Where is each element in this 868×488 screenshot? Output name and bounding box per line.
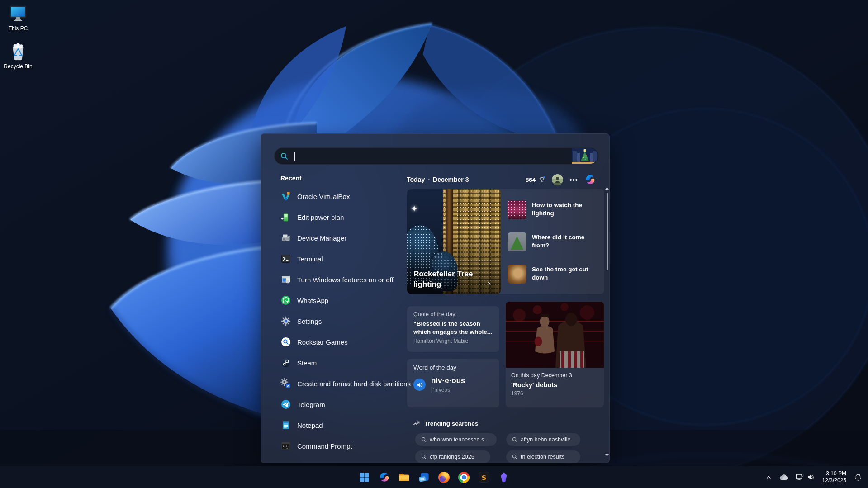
onedrive-tray-button[interactable]: [777, 468, 791, 486]
desktop-icon-this-pc[interactable]: This PC: [1, 5, 35, 32]
chevron-up-icon: [765, 474, 772, 481]
chrome-icon: [458, 472, 470, 483]
speaker-icon: [417, 382, 423, 388]
steam-icon: [280, 357, 291, 368]
scrollbar[interactable]: [605, 187, 609, 456]
web-search-icon: [280, 336, 291, 347]
scroll-down-arrow[interactable]: [605, 454, 609, 456]
rockefeller-image: ✦ Rockefeller Tree lighting ›: [407, 189, 501, 294]
recent-item-telegram[interactable]: Telegram: [276, 394, 403, 415]
today-section: Today • December 3 864: [407, 174, 603, 463]
recent-item-settings[interactable]: Settings: [276, 311, 403, 332]
trending-title: Trending searches: [424, 420, 478, 427]
word-of-day-card[interactable]: Word of the day niv·e·ous [ˈnivēəs]: [407, 359, 499, 407]
recent-item-terminal[interactable]: Terminal: [276, 248, 403, 269]
firefox-icon: [438, 472, 450, 483]
desktop: This PC Recycle Bin: [0, 0, 868, 488]
taskbar: S: [0, 466, 868, 488]
recent-item-command-prompt[interactable]: C:\ Command Prompt: [276, 436, 403, 456]
on-this-day-card[interactable]: On this day December 3 'Rocky' debuts 19…: [506, 302, 604, 407]
desktop-icon-recycle-bin[interactable]: Recycle Bin: [1, 42, 35, 70]
trending-search-pill[interactable]: who won tennessee s...: [415, 433, 497, 446]
scrollbar-thumb[interactable]: [607, 193, 608, 270]
s-app-button[interactable]: S: [475, 468, 493, 486]
dot-separator: •: [428, 177, 430, 182]
windows-start-icon: [359, 472, 370, 483]
recent-item-whatsapp[interactable]: WhatsApp: [276, 290, 403, 311]
device-manager-icon: [280, 232, 291, 243]
disk-management-icon: [280, 378, 291, 389]
tray-time: 3:10 PM: [822, 470, 846, 477]
trending-header: Trending searches: [413, 420, 478, 427]
tray-show-hidden-icons[interactable]: [763, 468, 774, 486]
recent-item-rockstar-games[interactable]: Rockstar Games: [276, 332, 403, 352]
trending-search-pill[interactable]: aftyn behn nashville: [506, 433, 580, 446]
recent-section: Recent Oracle VirtualBox Edit po: [276, 175, 403, 456]
battery-icon: [280, 212, 291, 223]
on-this-day-label: On this day December 3: [511, 372, 598, 379]
svg-text:C:\: C:\: [283, 445, 287, 447]
recent-item-notepad[interactable]: Notepad: [276, 415, 403, 436]
speaker-button[interactable]: [413, 379, 426, 391]
chevron-right-icon: ›: [488, 278, 490, 288]
firefox-button[interactable]: [435, 468, 453, 486]
obsidian-button[interactable]: [495, 468, 513, 486]
recent-item-steam[interactable]: Steam: [276, 352, 403, 373]
recent-item-windows-features[interactable]: Turn Windows features on or off: [276, 269, 403, 290]
recent-item-disk-management[interactable]: Create and format hard disk partitions: [276, 373, 403, 394]
obsidian-icon: [498, 471, 510, 483]
text-caret: [294, 152, 295, 161]
desktop-icon-label: Recycle Bin: [4, 63, 32, 70]
word-of-day-label: Word of the day: [413, 364, 493, 371]
start-button[interactable]: [356, 468, 374, 486]
chrome-button[interactable]: [455, 468, 473, 486]
recent-item-oracle-virtualbox[interactable]: Oracle VirtualBox: [276, 186, 403, 207]
windows-features-icon: [280, 274, 291, 285]
svg-text:S: S: [481, 474, 486, 481]
search-seasonal-art: [572, 148, 598, 164]
telegram-icon: [280, 399, 291, 410]
avatar[interactable]: [552, 174, 563, 185]
outlook-icon: [418, 471, 430, 483]
volume-icon: [807, 474, 815, 481]
search-icon: [421, 437, 427, 442]
tray-date: 12/3/2025: [822, 477, 846, 484]
s-app-icon: S: [478, 471, 490, 483]
notification-center-button[interactable]: z: [852, 468, 864, 486]
outlook-button[interactable]: [415, 468, 433, 486]
on-this-day-year: 1976: [511, 390, 598, 397]
rewards-trophy-icon: [538, 176, 545, 183]
today-title: Today • December 3: [407, 176, 469, 183]
trending-search-pill[interactable]: tn election results: [506, 450, 580, 463]
search-icon: [512, 454, 517, 460]
copilot-icon[interactable]: [584, 174, 596, 185]
more-options-button[interactable]: •••: [569, 176, 578, 184]
link-thumbnail: [508, 200, 526, 219]
file-explorer-button[interactable]: [395, 468, 413, 486]
whatsapp-icon: [280, 295, 291, 306]
clock[interactable]: 3:10 PM 12/3/2025: [820, 470, 849, 484]
quote-card[interactable]: Quote of the day: “Blessed is the season…: [407, 306, 499, 352]
scroll-up-arrow[interactable]: [605, 187, 609, 190]
svg-text:z: z: [859, 474, 860, 476]
copilot-taskbar-button[interactable]: [375, 468, 394, 486]
network-tray-button[interactable]: [793, 468, 817, 486]
search-icon: [280, 152, 288, 160]
hero-link[interactable]: How to watch the lighting: [508, 200, 602, 228]
recent-title: Recent: [276, 175, 403, 182]
trending-search-pill[interactable]: cfp rankings 2025: [415, 450, 490, 463]
rewards-points[interactable]: 864: [526, 176, 546, 183]
recent-item-edit-power-plan[interactable]: Edit power plan: [276, 207, 403, 227]
hero-link[interactable]: See the tree get cut down: [508, 265, 602, 293]
quote-label: Quote of the day:: [413, 311, 493, 317]
notepad-icon: [280, 420, 291, 431]
network-icon: [796, 474, 804, 481]
command-prompt-icon: C:\: [280, 441, 291, 451]
hero-card-rockefeller[interactable]: ✦ Rockefeller Tree lighting › How to wat…: [407, 189, 604, 294]
hero-link[interactable]: Where did it come from?: [508, 232, 602, 261]
search-input[interactable]: [274, 147, 599, 165]
word-pronunciation: [ˈnivēəs]: [431, 387, 465, 393]
word-of-day-word: niv·e·ous: [431, 376, 465, 385]
recent-item-device-manager[interactable]: Device Manager: [276, 227, 403, 248]
copilot-icon: [379, 471, 390, 483]
